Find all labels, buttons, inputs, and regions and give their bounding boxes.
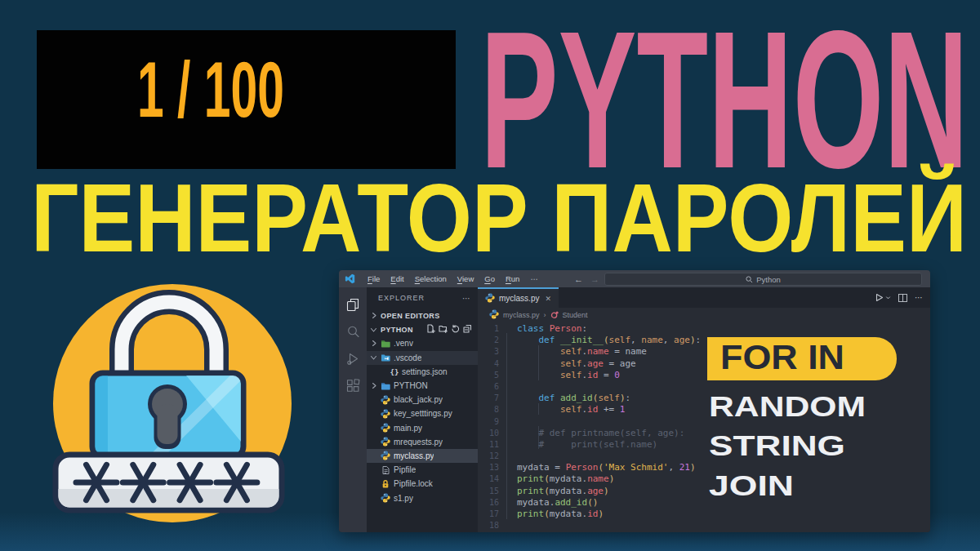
search-icon [746, 276, 753, 283]
file-label: .vscode [394, 353, 421, 362]
line-number: 4 [478, 358, 499, 370]
line-number: 6 [478, 381, 499, 393]
python-icon [381, 423, 390, 433]
line-number: 10 [478, 428, 499, 439]
section-open-editors[interactable]: OPEN EDITORS [367, 309, 478, 322]
search-icon[interactable] [339, 318, 367, 345]
tab-close-icon[interactable]: ✕ [545, 295, 551, 303]
file-label: s1.py [394, 494, 413, 503]
file-item-main.py[interactable]: main.py [367, 421, 478, 435]
braces-icon: {} [389, 367, 399, 376]
code-text: def __init__(self, name, age): [517, 335, 701, 346]
new-folder-icon[interactable] [439, 324, 448, 335]
file-tree: OPEN EDITORSPYTHON.venv.vscode{}settings… [367, 309, 478, 505]
file-label: main.py [394, 424, 422, 433]
editor-pane: myclass.py ✕ ⋯ myclass.py [478, 287, 930, 532]
vscode-window: FileEditSelectionViewGoRun⋯ ← → Python E… [339, 270, 930, 532]
python-icon [381, 409, 390, 419]
topic-string: STRING [708, 433, 855, 460]
svg-text:STRING: STRING [709, 433, 845, 460]
menu-edit[interactable]: Edit [390, 274, 403, 283]
subtitle: ГЕНЕРАТОР ПАРОЛЕЙ [29, 162, 973, 260]
extensions-icon[interactable] [339, 372, 367, 399]
file-item-key-setttings.py[interactable]: key_setttings.py [367, 407, 478, 420]
code-text: def add_id(self): [517, 393, 630, 404]
collapse-icon[interactable] [463, 324, 472, 335]
svg-text:RANDOM: RANDOM [709, 394, 866, 420]
password-bar [56, 455, 282, 510]
menu-go[interactable]: Go [484, 274, 495, 283]
nav-forward-arrow[interactable]: → [590, 274, 599, 284]
python-file-icon [485, 293, 495, 304]
file-item-myclass.py[interactable]: myclass.py [367, 449, 478, 463]
file-item-s1.py[interactable]: s1.py [367, 491, 478, 504]
file-item-python[interactable]: PYTHON [367, 379, 478, 393]
file-label: .venv [394, 339, 413, 348]
code-line: 6 [478, 381, 930, 393]
file-item-settings.json[interactable]: {}settings.json [367, 365, 478, 379]
line-number: 5 [478, 370, 499, 381]
line-number: 1 [478, 323, 499, 335]
chevron-down-icon [885, 295, 891, 300]
thumbnail-canvas: { "page": {"background": "#0f3349"}, "co… [0, 0, 980, 551]
topic-pill: FOR IN [707, 337, 897, 380]
code-line: 18 [478, 520, 930, 531]
python-file-icon [489, 309, 499, 321]
new-file-icon[interactable] [426, 324, 435, 335]
breadcrumb-file[interactable]: myclass.py [503, 311, 540, 319]
play-icon [875, 293, 884, 302]
command-center-search[interactable]: Python [604, 273, 922, 286]
activity-bar [339, 287, 367, 532]
line-number: 18 [478, 520, 499, 531]
line-number: 14 [478, 473, 499, 485]
file-item-pipfile[interactable]: Pipfile [367, 463, 478, 477]
editor-more-icon[interactable]: ⋯ [915, 293, 923, 302]
menu-[interactable]: ⋯ [530, 274, 538, 283]
line-number: 9 [478, 416, 499, 428]
code-line: 13mydata = Person('Max Schmid', 21) [478, 462, 930, 473]
menu-view[interactable]: View [457, 274, 474, 283]
section-python[interactable]: PYTHON [367, 322, 478, 336]
folder-green-icon [381, 339, 390, 349]
menu-run[interactable]: Run [506, 274, 519, 283]
topic-highlight-text: FOR IN [720, 344, 844, 376]
line-number: 17 [478, 509, 499, 520]
chevron-right-icon [370, 312, 377, 319]
subtitle-text: ГЕНЕРАТОР ПАРОЛЕЙ [31, 163, 967, 260]
python-icon [381, 493, 390, 503]
file-label: PYTHON [394, 381, 428, 390]
tab-myclass[interactable]: myclass.py ✕ [478, 287, 559, 308]
menu-selection[interactable]: Selection [415, 274, 447, 283]
explorer-sidebar: EXPLORER ⋯ OPEN EDITORSPYTHON.venv.vscod… [367, 287, 478, 532]
file-item-mrequests.py[interactable]: mrequests.py [367, 435, 478, 449]
menu-file[interactable]: File [368, 274, 380, 283]
file-item-.vscode[interactable]: .vscode [367, 351, 478, 365]
run-button[interactable] [875, 293, 891, 302]
tab-label: myclass.py [499, 294, 539, 303]
code-text: mydata.add_id() [517, 497, 598, 509]
run-debug-icon[interactable] [339, 345, 367, 372]
breadcrumb-symbol[interactable]: Student [563, 311, 588, 319]
file-item-pipfile.lock[interactable]: Pipfile.lock [367, 477, 478, 491]
code-text: self.id = 0 [517, 370, 620, 381]
code-text: # print(self.name) [517, 439, 657, 451]
episode-counter-box: 1 / 100 [37, 30, 456, 169]
topic-join: JOIN [708, 473, 806, 500]
line-number: 7 [478, 393, 499, 404]
code-line: 14print(mydata.name) [478, 473, 930, 485]
episode-counter: 1 / 100 [37, 30, 456, 169]
python-icon [381, 451, 390, 460]
file-item-.venv[interactable]: .venv [367, 336, 478, 350]
class-symbol-icon [550, 311, 559, 319]
file-item-black-jack.py[interactable]: black_jack.py [367, 393, 478, 407]
split-editor-icon[interactable] [898, 294, 907, 302]
explorer-icon[interactable] [339, 291, 367, 318]
explorer-more-icon[interactable]: ⋯ [462, 294, 471, 303]
chevron-down-icon [370, 327, 377, 333]
code-editor[interactable]: 1class Person:2 def __init__(self, name,… [478, 322, 930, 532]
folder-blue-icon [381, 381, 390, 391]
code-text: print(mydata.age) [517, 486, 609, 497]
nav-back-arrow[interactable]: ← [574, 274, 583, 284]
refresh-icon[interactable] [451, 324, 460, 335]
code-text: # def printname(self, age): [517, 428, 684, 439]
